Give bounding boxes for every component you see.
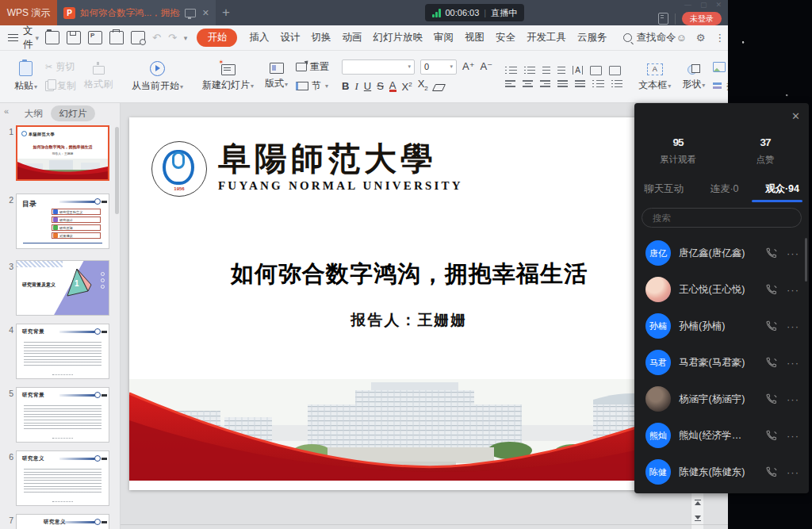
viewer-row[interactable]: 熊灿 熊灿(经济学… ··· <box>634 417 809 454</box>
minimize-button[interactable]: — <box>684 1 691 9</box>
more-options-icon[interactable]: ··· <box>787 247 799 259</box>
tab-slides[interactable]: 幻灯片 <box>51 105 96 121</box>
bold-button[interactable]: B <box>342 81 349 92</box>
previous-slide-button[interactable] <box>692 496 703 508</box>
open-file-icon[interactable] <box>45 31 59 44</box>
call-icon[interactable] <box>765 429 779 443</box>
strikethrough-button[interactable]: S <box>377 81 384 92</box>
more-options-icon[interactable]: ··· <box>787 357 799 369</box>
login-button[interactable]: 未登录 <box>682 12 722 25</box>
tab-home[interactable]: 开始 <box>197 29 237 47</box>
outdent-icon[interactable] <box>542 67 550 75</box>
distribute-icon[interactable] <box>575 80 585 86</box>
close-panel-icon[interactable]: ✕ <box>791 110 800 122</box>
font-family-combobox[interactable]: ▾ <box>342 59 415 75</box>
more-options-icon[interactable]: ··· <box>787 320 799 332</box>
play-from-current-button[interactable]: 从当前开始▾ <box>128 61 186 93</box>
duplicate-document-icon[interactable] <box>658 13 668 25</box>
print-preview-icon[interactable] <box>131 31 145 44</box>
clear-format-icon[interactable] <box>432 84 446 91</box>
feedback-icon[interactable]: ☺ <box>676 32 686 44</box>
export-pdf-icon[interactable] <box>88 31 102 44</box>
call-icon[interactable] <box>765 356 779 370</box>
tab-security[interactable]: 安全 <box>496 31 515 44</box>
tab-audience[interactable]: 观众·94 <box>765 182 799 196</box>
gear-icon[interactable]: ⚙ <box>696 32 706 44</box>
collapse-sidebar-icon[interactable]: « <box>4 106 9 116</box>
new-tab-button[interactable]: + <box>222 3 230 22</box>
cut-button[interactable]: ✂剪切 <box>45 60 76 74</box>
tab-devtools[interactable]: 开发工具 <box>527 31 566 44</box>
viewer-row[interactable]: 唐亿 唐亿鑫(唐亿鑫) ··· <box>634 235 809 271</box>
textbox-button[interactable]: A 文本框▾ <box>635 62 674 92</box>
quickbar-dropdown-icon[interactable]: ▾ <box>184 34 188 42</box>
tab-view[interactable]: 视图 <box>465 31 485 44</box>
tab-cloud[interactable]: 云服务 <box>577 31 607 44</box>
file-menu[interactable]: 文件 <box>23 25 33 51</box>
wps-app-button[interactable]: WPS 演示 <box>0 0 57 25</box>
viewer-row[interactable]: 杨涵宇(杨涵宇) ··· <box>634 381 809 417</box>
more-options-icon[interactable]: ··· <box>787 393 799 405</box>
subscript-button[interactable]: X2 <box>418 79 428 94</box>
maximize-button[interactable]: ▢ <box>700 1 707 9</box>
tab-animation[interactable]: 动画 <box>342 31 362 44</box>
new-slide-button[interactable]: 新建幻灯片▾ <box>199 62 257 92</box>
insert-picture-button[interactable]: 图片 <box>713 60 728 74</box>
justify-icon[interactable] <box>557 80 568 86</box>
italic-button[interactable]: I <box>354 81 358 92</box>
print-icon[interactable] <box>109 31 124 44</box>
shapes-button[interactable]: 形状▾ <box>679 63 708 91</box>
viewer-row[interactable]: 王心悦(王心悦) ··· <box>634 271 809 308</box>
tab-slideshow[interactable]: 幻灯片放映 <box>373 31 423 44</box>
align-text-icon[interactable] <box>590 66 602 75</box>
font-size-combobox[interactable]: 0▾ <box>420 59 457 75</box>
more-options-icon[interactable]: ··· <box>787 466 799 478</box>
close-button[interactable]: ✕ <box>715 1 722 9</box>
viewer-row-partial[interactable] <box>634 490 809 493</box>
bullets-icon[interactable] <box>505 67 517 75</box>
increase-font-icon[interactable]: A⁺ <box>462 61 475 72</box>
undo-icon[interactable]: ↶ <box>152 32 161 44</box>
call-icon[interactable] <box>765 283 779 297</box>
slide-layout-button[interactable]: 版式▾ <box>262 63 291 90</box>
document-tab[interactable]: P 如何弥合数字鸿...，拥抱幸福生活 ✕ <box>57 0 216 25</box>
align-right-icon[interactable] <box>540 80 550 86</box>
numbering-icon[interactable] <box>524 67 536 75</box>
underline-button[interactable]: U <box>364 81 371 92</box>
tab-outline[interactable]: 大纲 <box>25 108 43 120</box>
paste-button[interactable]: 粘贴▾ <box>11 61 40 93</box>
tab-chat[interactable]: 聊天互动 <box>644 182 684 196</box>
line-spacing-icon[interactable] <box>592 80 604 88</box>
align-center-icon[interactable] <box>523 80 533 86</box>
tab-insert[interactable]: 插入 <box>249 31 269 44</box>
sidebar-scrollbar[interactable] <box>115 127 119 214</box>
panel-scrollbar[interactable] <box>805 238 807 282</box>
copy-button[interactable]: 复制 <box>45 79 76 93</box>
viewer-row[interactable]: 马君 马君豪(马君豪) ··· <box>634 344 809 381</box>
more-options-icon[interactable]: ··· <box>787 430 799 442</box>
font-color-button[interactable]: A <box>389 81 396 92</box>
tab-transition[interactable]: 切换 <box>311 31 331 44</box>
section-button[interactable]: 节▾ <box>296 79 329 93</box>
format-painter-button[interactable]: 格式刷 <box>81 62 116 91</box>
tab-review[interactable]: 审阅 <box>434 31 454 44</box>
call-icon[interactable] <box>765 393 779 406</box>
tab-close-icon[interactable]: ✕ <box>202 8 209 18</box>
hamburger-icon[interactable] <box>8 34 18 42</box>
decrease-font-icon[interactable]: A⁻ <box>481 61 493 72</box>
superscript-button[interactable]: X2 <box>402 79 412 93</box>
save-icon[interactable] <box>67 31 81 44</box>
more-options-icon[interactable]: ··· <box>787 284 799 296</box>
viewer-row[interactable]: 孙楠 孙楠(孙楠) ··· <box>634 308 809 344</box>
next-slide-button[interactable] <box>692 512 703 524</box>
tab-mic-connect[interactable]: 连麦·0 <box>710 182 738 196</box>
call-icon[interactable] <box>765 247 779 260</box>
current-slide-canvas[interactable]: 1956 阜陽師范大學 FUYANG NORMAL UNIVERSITY 如何弥… <box>129 117 689 490</box>
viewer-search-input[interactable] <box>642 208 802 228</box>
text-anchor-icon[interactable] <box>609 66 621 75</box>
indent-icon[interactable] <box>557 67 565 75</box>
align-left-icon[interactable] <box>505 80 515 86</box>
more-icon[interactable]: ⋮ <box>714 32 725 44</box>
call-icon[interactable] <box>765 466 779 479</box>
text-direction-icon[interactable]: A <box>573 66 583 75</box>
